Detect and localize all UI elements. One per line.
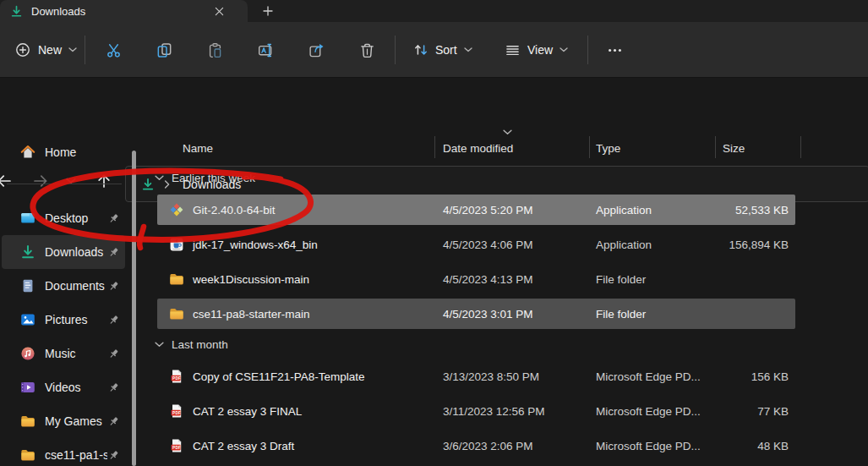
pdf-file-icon (169, 403, 184, 419)
file-explorer-window: Downloads New (0, 0, 868, 466)
column-header-size[interactable]: Size (715, 142, 795, 155)
file-row-week1discussion-main[interactable]: week1Discussion-main 4/5/2023 4:13 PM Fi… (157, 264, 795, 294)
pictures-icon (20, 312, 35, 327)
tab-downloads[interactable]: Downloads (0, 0, 248, 22)
sidebar-item-label: Videos (45, 381, 107, 394)
column-separator[interactable] (800, 136, 801, 158)
pin-icon (107, 212, 120, 225)
file-row-jdk-17-windows-x64-bin[interactable]: jdk-17_windows-x64_bin 4/5/2023 4:06 PM … (157, 229, 795, 260)
file-name-cell: Git-2.40.0-64-bit (157, 202, 443, 217)
toolbar-divider (395, 36, 396, 64)
pin-icon (107, 381, 120, 394)
file-name-cell: CAT 2 essay 3 FINAL (157, 403, 443, 419)
pin-icon (107, 348, 120, 360)
delete-button[interactable] (348, 35, 385, 65)
group-label: Last month (172, 338, 228, 351)
column-header-type[interactable]: Type (596, 142, 715, 155)
sidebar-item-downloads[interactable]: Downloads (2, 235, 125, 269)
file-date-modified: 4/5/2023 5:20 PM (443, 204, 596, 217)
file-type: Application (596, 204, 715, 217)
file-name: CAT 2 essay 3 FINAL (193, 405, 302, 418)
tab-close-button[interactable] (208, 2, 230, 20)
cut-button[interactable] (95, 35, 132, 65)
sidebar-item-documents[interactable]: Documents (2, 269, 125, 303)
rename-icon (258, 42, 274, 58)
sidebar-item-pictures[interactable]: Pictures (2, 303, 125, 337)
chevron-down-icon (560, 47, 568, 52)
sidebar-item-label: Home (45, 145, 125, 159)
paste-icon (207, 42, 223, 58)
sidebar-item-label: Pictures (45, 313, 107, 326)
pin-icon (107, 415, 120, 428)
home-icon (20, 145, 35, 160)
view-list-icon (505, 43, 520, 58)
column-separator[interactable] (434, 136, 435, 158)
sort-indicator-icon (503, 129, 512, 135)
sidebar-item-label: Music (45, 347, 107, 360)
view-button-label: View (527, 43, 553, 57)
file-name-cell: jdk-17_windows-x64_bin (157, 237, 443, 252)
navigation-bar: Downloads (0, 78, 868, 129)
sort-button[interactable]: Sort (405, 35, 481, 65)
copy-icon (156, 42, 172, 58)
file-name-cell: cse11-pa8-starter-main (157, 306, 443, 321)
file-row-copy-of-cse11f21-pa8-template[interactable]: Copy of CSE11F21-PA8-Template 3/13/2023 … (157, 361, 795, 392)
more-icon (607, 42, 623, 58)
pdf-file-icon (169, 438, 184, 453)
sidebar-item-desktop[interactable]: Desktop (2, 201, 125, 235)
column-header-date-modified[interactable]: Date modified (443, 142, 596, 155)
file-name: cse11-pa8-starter-main (193, 308, 310, 321)
chevron-down-icon (155, 342, 164, 348)
sidebar-item-music[interactable]: Music (2, 337, 125, 370)
music-icon (20, 346, 35, 361)
copy-button[interactable] (145, 35, 183, 65)
more-options-button[interactable] (596, 35, 633, 65)
column-separator[interactable] (589, 136, 590, 158)
sidebar-item-label: Downloads (45, 245, 107, 259)
file-date-modified: 3/13/2023 8:50 PM (443, 370, 596, 383)
pin-icon (107, 246, 120, 259)
view-button[interactable]: View (497, 35, 576, 65)
folder-file-icon (169, 271, 184, 287)
delete-icon (359, 42, 375, 58)
file-name: CAT 2 essay 3 Draft (193, 440, 294, 452)
paste-button[interactable] (196, 35, 233, 65)
column-separator[interactable] (715, 136, 716, 158)
file-size: 156 KB (715, 370, 795, 383)
group-header-earlier-this-week[interactable]: Earlier this week (157, 164, 868, 191)
file-group: Last month Copy of CSE11F21-PA8-Template… (157, 331, 868, 461)
file-type: Microsoft Edge PD... (596, 440, 715, 452)
command-toolbar: New Sort View (0, 22, 868, 78)
sidebar-item-label: My Games (45, 414, 107, 428)
file-date-modified: 3/6/2023 2:06 PM (443, 440, 596, 452)
file-name: jdk-17_windows-x64_bin (193, 238, 318, 251)
download-icon (10, 5, 23, 18)
folder-icon (20, 414, 35, 429)
group-label: Earlier this week (172, 172, 255, 184)
new-button-label: New (38, 43, 62, 57)
sidebar: Home Desktop Downloads Documents Picture… (0, 129, 127, 466)
folder-icon (20, 447, 35, 463)
new-tab-button[interactable] (257, 2, 279, 20)
column-header-name[interactable]: Name (157, 142, 443, 155)
file-type: Microsoft Edge PD... (596, 405, 715, 418)
file-row-cat-2-essay-3-draft[interactable]: CAT 2 essay 3 Draft 3/6/2023 2:06 PM Mic… (157, 430, 795, 461)
file-row-git-2-40-0-64-bit[interactable]: Git-2.40.0-64-bit 4/5/2023 5:20 PM Appli… (157, 195, 795, 225)
sidebar-item-cse11-pa1-st[interactable]: cse11-pa1-st (2, 438, 125, 466)
sidebar-item-videos[interactable]: Videos (2, 370, 125, 404)
desktop-icon (20, 211, 35, 226)
file-row-cat-2-essay-3-final[interactable]: CAT 2 essay 3 FINAL 3/11/2023 12:56 PM M… (157, 396, 795, 426)
main-content: Home Desktop Downloads Documents Picture… (0, 129, 868, 466)
new-button[interactable]: New (7, 35, 85, 65)
rename-button[interactable] (247, 35, 284, 65)
share-button[interactable] (298, 35, 335, 65)
column-header-row: Name Date modified Type Size (157, 129, 868, 161)
plus-icon (263, 6, 273, 16)
file-row-cse11-pa8-starter-main[interactable]: cse11-pa8-starter-main 4/5/2023 3:01 PM … (157, 299, 795, 329)
sidebar-scrollbar[interactable] (132, 151, 136, 466)
file-name: week1Discussion-main (193, 273, 309, 286)
sidebar-item-my-games[interactable]: My Games (2, 404, 125, 438)
folder-file-icon (169, 306, 184, 321)
group-header-last-month[interactable]: Last month (157, 331, 868, 358)
sidebar-item-home[interactable]: Home (2, 135, 125, 169)
